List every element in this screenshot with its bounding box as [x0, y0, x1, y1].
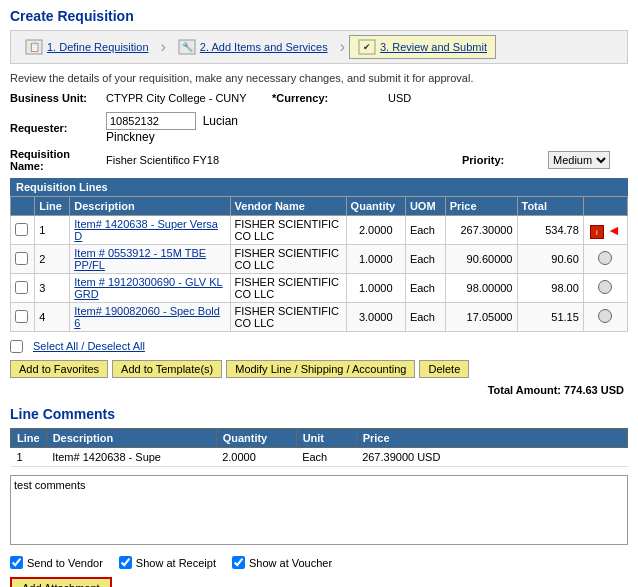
total-amount-row: Total Amount: 774.63 USD [10, 382, 628, 398]
step-divider-2: › [340, 38, 345, 56]
show-at-voucher-label: Show at Voucher [232, 556, 332, 569]
send-to-vendor-checkbox[interactable] [10, 556, 23, 569]
row-action-btn[interactable] [598, 280, 612, 294]
col-vendor-header: Vendor Name [230, 197, 346, 216]
comments-row-line: 1 [11, 448, 47, 467]
show-at-voucher-checkbox[interactable] [232, 556, 245, 569]
business-unit-value: CTYPR City College - CUNY [106, 92, 266, 104]
svg-text:📋: 📋 [29, 41, 41, 53]
row-price: 90.60000 [445, 245, 517, 274]
select-all-link[interactable]: Select All / Deselect All [29, 338, 149, 354]
step3-label: 3. Review and Submit [380, 41, 487, 53]
delete-button[interactable]: Delete [419, 360, 469, 378]
comments-data-row: 1 Item# 1420638 - Supe 2.0000 Each 267.3… [11, 448, 628, 467]
row-action-btn[interactable] [598, 251, 612, 265]
priority-select[interactable]: Medium Low High [548, 151, 610, 169]
requester-id-input[interactable] [106, 112, 196, 130]
row-action-btn[interactable] [598, 309, 612, 323]
comments-col-line: Line [11, 429, 47, 448]
step-2[interactable]: 🔧 2. Add Items and Services [170, 36, 336, 58]
row-qty: 1.0000 [346, 274, 405, 303]
form-row3: Requisition Name: Fisher Scientifico FY1… [10, 148, 628, 172]
row-checkbox-3[interactable] [15, 310, 28, 323]
comments-area-container [10, 471, 628, 552]
row-checkbox-2[interactable] [15, 281, 28, 294]
row-uom: Each [405, 274, 445, 303]
table-row: 2Item # 0553912 - 15M TBE PP/FLFISHER SC… [11, 245, 628, 274]
show-at-receipt-label: Show at Receipt [119, 556, 216, 569]
step-divider-1: › [161, 38, 166, 56]
row-vendor: FISHER SCIENTIFIC CO LLC [230, 245, 346, 274]
row-uom: Each [405, 245, 445, 274]
steps-bar: 📋 1. Define Requisition › 🔧 2. Add Items… [10, 30, 628, 64]
row-vendor: FISHER SCIENTIFIC CO LLC [230, 274, 346, 303]
form-fields: Business Unit: CTYPR City College - CUNY… [10, 92, 628, 104]
checkboxes-row: Send to Vendor Show at Receipt Show at V… [10, 552, 628, 573]
add-attachment-container: Add Attachment [10, 573, 628, 587]
col-uom-header: UOM [405, 197, 445, 216]
col-total-header: Total [517, 197, 583, 216]
page-title: Create Requisition [10, 8, 628, 24]
select-all-checkbox[interactable] [10, 340, 23, 353]
row-price: 17.05000 [445, 303, 517, 332]
row-total: 51.15 [517, 303, 583, 332]
row-desc-link[interactable]: Item # 0553912 - 15M TBE PP/FL [74, 247, 206, 271]
req-lines-table: Line Description Vendor Name Quantity UO… [10, 196, 628, 332]
step-1[interactable]: 📋 1. Define Requisition [17, 36, 157, 58]
col-qty-header: Quantity [346, 197, 405, 216]
row-total: 534.78 [517, 216, 583, 245]
business-unit-label: Business Unit: [10, 92, 100, 104]
line-comments-title: Line Comments [10, 406, 628, 422]
row-checkbox-0[interactable] [15, 223, 28, 236]
requester-id-value: Lucian Pinckney [106, 112, 266, 144]
row-line: 2 [35, 245, 70, 274]
row-desc-link[interactable]: Item# 190082060 - Spec Bold 6 [74, 305, 220, 329]
row-qty: 3.0000 [346, 303, 405, 332]
priority-label: Priority: [462, 154, 542, 166]
row-uom: Each [405, 303, 445, 332]
col-actions-header [583, 197, 627, 216]
req-lines-header: Requisition Lines [10, 178, 628, 196]
show-at-receipt-checkbox[interactable] [119, 556, 132, 569]
add-to-template-button[interactable]: Add to Template(s) [112, 360, 222, 378]
table-row: 1Item# 1420638 - Super Versa DFISHER SCI… [11, 216, 628, 245]
comments-row-qty: 2.0000 [216, 448, 296, 467]
comments-textarea[interactable] [10, 475, 628, 545]
currency-value: USD [388, 92, 628, 104]
step1-label: 1. Define Requisition [47, 41, 149, 53]
priority-select-container: Medium Low High [548, 151, 628, 169]
row-line: 1 [35, 216, 70, 245]
row-desc-link[interactable]: Item # 19120300690 - GLV KL GRD [74, 276, 222, 300]
step-3[interactable]: ✔ 3. Review and Submit [349, 35, 496, 59]
modify-line-button[interactable]: Modify Line / Shipping / Accounting [226, 360, 415, 378]
comments-row-desc: Item# 1420638 - Supe [46, 448, 216, 467]
comments-col-price: Price [356, 429, 627, 448]
row-icon[interactable]: i [590, 225, 604, 239]
row-checkbox-1[interactable] [15, 252, 28, 265]
table-row: 3Item # 19120300690 - GLV KL GRDFISHER S… [11, 274, 628, 303]
row-desc-link[interactable]: Item# 1420638 - Super Versa D [74, 218, 218, 242]
step2-label: 2. Add Items and Services [200, 41, 328, 53]
total-amount-value: 774.63 USD [564, 384, 624, 396]
total-amount-label: Total Amount: [488, 384, 561, 396]
add-to-favorites-button[interactable]: Add to Favorites [10, 360, 108, 378]
form-row2: Requester: Lucian Pinckney [10, 112, 628, 144]
req-name-label: Requisition Name: [10, 148, 100, 172]
row-total: 98.00 [517, 274, 583, 303]
comments-col-qty: Quantity [216, 429, 296, 448]
svg-text:🔧: 🔧 [181, 41, 193, 53]
row-uom: Each [405, 216, 445, 245]
add-attachment-button[interactable]: Add Attachment [10, 577, 112, 587]
step1-icon: 📋 [25, 39, 43, 55]
requester-label: Requester: [10, 122, 100, 134]
send-to-vendor-label: Send to Vendor [10, 556, 103, 569]
comments-col-unit: Unit [296, 429, 356, 448]
row-qty: 2.0000 [346, 216, 405, 245]
req-name-value: Fisher Scientifico FY18 [106, 154, 456, 166]
step2-icon: 🔧 [178, 39, 196, 55]
step3-icon: ✔ [358, 39, 376, 55]
comments-col-desc: Description [46, 429, 216, 448]
svg-text:✔: ✔ [363, 42, 371, 52]
col-line-header: Line [35, 197, 70, 216]
col-desc-header: Description [70, 197, 230, 216]
